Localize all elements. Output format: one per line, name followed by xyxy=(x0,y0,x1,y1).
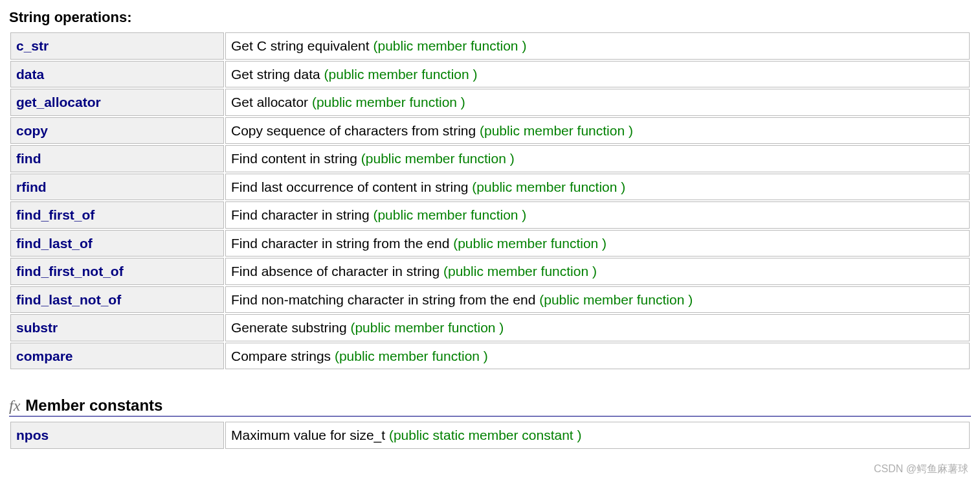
table-row: find_last_not_of Find non-matching chara… xyxy=(10,286,970,314)
string-operations-table: c_str Get C string equivalent (public me… xyxy=(9,31,971,371)
func-desc: Copy sequence of characters from string xyxy=(231,123,480,138)
func-tag: (public member function ) xyxy=(312,95,465,109)
member-constants-table: npos Maximum value for size_t (public st… xyxy=(9,420,971,450)
func-tag: (public member function ) xyxy=(350,320,504,335)
func-tag: (public member function ) xyxy=(453,236,607,251)
func-desc-cell: Get C string equivalent (public member f… xyxy=(225,32,970,60)
func-tag: (public static member constant ) xyxy=(389,428,582,442)
table-row: data Get string data (public member func… xyxy=(10,61,970,88)
func-link-find[interactable]: find xyxy=(16,151,41,166)
func-tag: (public member function ) xyxy=(373,38,526,53)
watermark: CSDN @鳄鱼麻薯球 xyxy=(874,463,968,476)
table-row: npos Maximum value for size_t (public st… xyxy=(10,422,970,449)
func-desc-cell: Find last occurrence of content in strin… xyxy=(225,174,970,201)
func-name-cell[interactable]: substr xyxy=(10,314,224,341)
table-row: find_last_of Find character in string fr… xyxy=(10,230,970,257)
func-name-cell[interactable]: find_last_of xyxy=(10,230,224,257)
func-name-cell[interactable]: c_str xyxy=(10,32,224,60)
func-name-cell[interactable]: get_allocator xyxy=(10,89,224,116)
table-row: rfind Find last occurrence of content in… xyxy=(10,174,970,201)
func-desc-cell: Find content in string (public member fu… xyxy=(225,145,970,172)
func-desc: Get string data xyxy=(231,67,324,82)
func-tag: (public member function ) xyxy=(324,67,478,82)
func-desc: Get allocator xyxy=(231,95,312,109)
func-name-cell[interactable]: compare xyxy=(10,343,224,370)
func-desc: Find absence of character in string xyxy=(231,264,443,279)
func-tag: (public member function ) xyxy=(361,151,515,166)
func-link-c_str[interactable]: c_str xyxy=(16,38,49,53)
func-tag: (public member function ) xyxy=(539,292,693,307)
table-row: c_str Get C string equivalent (public me… xyxy=(10,32,970,60)
func-desc: Find character in string from the end xyxy=(231,236,453,251)
func-desc: Generate substring xyxy=(231,320,350,335)
func-link-rfind[interactable]: rfind xyxy=(16,179,47,194)
func-desc-cell: Find character in string (public member … xyxy=(225,201,970,229)
func-name-cell[interactable]: rfind xyxy=(10,174,224,201)
table-row: copy Copy sequence of characters from st… xyxy=(10,117,970,144)
func-desc-cell: Find character in string from the end (p… xyxy=(225,230,970,257)
func-link-find_first_not_of[interactable]: find_first_not_of xyxy=(16,264,124,279)
func-name-cell[interactable]: copy xyxy=(10,117,224,144)
func-tag: (public member function ) xyxy=(443,264,597,279)
func-name-cell[interactable]: find_first_of xyxy=(10,201,224,229)
func-desc: Find content in string xyxy=(231,151,361,166)
section-header-member-constants: fx Member constants xyxy=(9,396,971,417)
section-title-text: String operations xyxy=(9,9,127,25)
func-link-substr[interactable]: substr xyxy=(16,320,58,335)
func-link-get_allocator[interactable]: get_allocator xyxy=(16,95,101,109)
func-tag: (public member function ) xyxy=(373,207,526,222)
func-link-find_last_of[interactable]: find_last_of xyxy=(16,236,93,251)
table-row: find_first_not_of Find absence of charac… xyxy=(10,258,970,285)
func-desc: Maximum value for size_t xyxy=(231,428,389,442)
func-link-find_first_of[interactable]: find_first_of xyxy=(16,207,95,222)
func-desc-cell: Compare strings (public member function … xyxy=(225,343,970,370)
func-desc: Compare strings xyxy=(231,349,335,363)
func-tag: (public member function ) xyxy=(480,123,633,138)
section-title-string-operations: String operations: xyxy=(9,9,971,26)
func-name-cell[interactable]: find_last_not_of xyxy=(10,286,224,314)
fx-icon: fx xyxy=(9,397,20,415)
func-name-cell[interactable]: find_first_not_of xyxy=(10,258,224,285)
func-desc-cell: Get string data (public member function … xyxy=(225,61,970,88)
func-desc-cell: Maximum value for size_t (public static … xyxy=(225,422,970,449)
table-row: find_first_of Find character in string (… xyxy=(10,201,970,229)
func-link-data[interactable]: data xyxy=(16,67,44,82)
table-row: substr Generate substring (public member… xyxy=(10,314,970,341)
table-row: compare Compare strings (public member f… xyxy=(10,343,970,370)
func-desc: Find non-matching character in string fr… xyxy=(231,292,539,307)
func-link-npos[interactable]: npos xyxy=(16,428,49,442)
func-name-cell[interactable]: find xyxy=(10,145,224,172)
func-link-find_last_not_of[interactable]: find_last_not_of xyxy=(16,292,121,307)
func-tag: (public member function ) xyxy=(472,179,625,194)
section-header-text: Member constants xyxy=(25,396,162,415)
table-row: find Find content in string (public memb… xyxy=(10,145,970,172)
func-desc-cell: Find absence of character in string (pub… xyxy=(225,258,970,285)
func-desc-cell: Copy sequence of characters from string … xyxy=(225,117,970,144)
func-tag: (public member function ) xyxy=(335,349,488,363)
func-desc-cell: Generate substring (public member functi… xyxy=(225,314,970,341)
func-desc-cell: Find non-matching character in string fr… xyxy=(225,286,970,314)
func-desc: Find last occurrence of content in strin… xyxy=(231,179,472,194)
table-row: get_allocator Get allocator (public memb… xyxy=(10,89,970,116)
func-name-cell[interactable]: data xyxy=(10,61,224,88)
func-desc-cell: Get allocator (public member function ) xyxy=(225,89,970,116)
func-name-cell[interactable]: npos xyxy=(10,422,224,449)
func-link-copy[interactable]: copy xyxy=(16,123,48,138)
func-link-compare[interactable]: compare xyxy=(16,349,73,363)
func-desc: Get C string equivalent xyxy=(231,38,373,53)
func-desc: Find character in string xyxy=(231,207,373,222)
